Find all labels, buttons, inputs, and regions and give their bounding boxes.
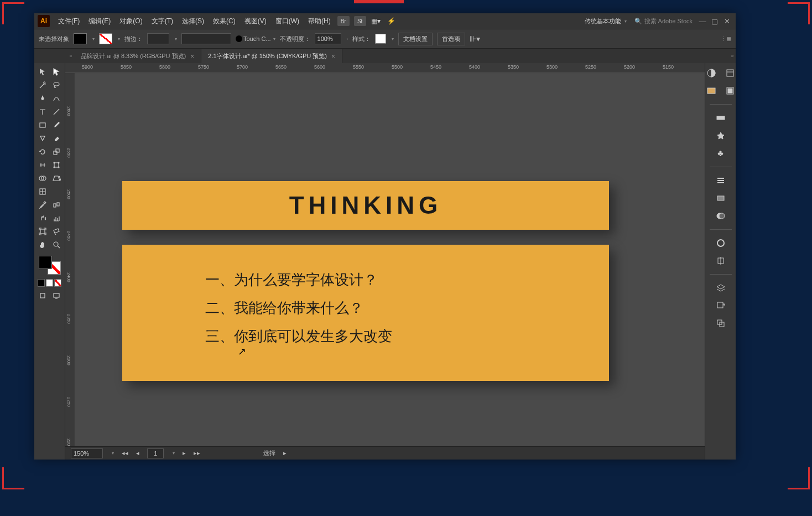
menu-window[interactable]: 窗口(W) (272, 15, 303, 28)
align-icon[interactable]: ⊪▾ (470, 34, 480, 43)
hand-tool[interactable] (35, 238, 50, 251)
menu-view[interactable]: 视图(V) (241, 15, 270, 28)
paintbrush-tool[interactable] (50, 118, 64, 132)
transparency-panel-icon[interactable] (713, 209, 728, 223)
color-mode-icon[interactable] (38, 279, 45, 287)
brushes-panel-icon[interactable] (713, 111, 728, 125)
horizontal-ruler[interactable]: 5900585058005750570056505600555055005450… (65, 63, 705, 73)
artboard-nav-prev[interactable]: ◂◂ (122, 450, 128, 457)
menu-file[interactable]: 文件(F) (54, 15, 84, 28)
fill-swatch[interactable] (74, 33, 87, 44)
variable-width-profile[interactable] (181, 33, 231, 44)
doc-tab-2[interactable]: 2.1字体设计.ai* @ 150% (CMYK/GPU 预览) × (201, 49, 342, 63)
rectangle-tool[interactable] (35, 118, 50, 132)
gpu-icon[interactable]: ⚡ (386, 16, 397, 27)
ruler-tick: 5700 (237, 64, 248, 70)
draw-mode-icon[interactable] (35, 289, 50, 302)
graphic-styles-icon[interactable]: ♣ (713, 147, 728, 160)
preferences-button[interactable]: 首选项 (437, 33, 465, 45)
menu-select[interactable]: 选择(S) (178, 15, 208, 28)
free-transform-tool[interactable] (50, 158, 64, 172)
ruler-tick: 5850 (121, 64, 132, 70)
line-tool[interactable] (50, 105, 64, 118)
pen-tool[interactable] (35, 92, 50, 105)
menu-object[interactable]: 对象(O) (116, 15, 146, 28)
symbol-sprayer-tool[interactable] (35, 211, 50, 225)
fill-stroke-indicator[interactable] (38, 255, 62, 276)
libraries-panel-icon[interactable] (722, 84, 736, 97)
artboard-nav-next[interactable]: ▸▸ (194, 450, 200, 457)
width-tool[interactable] (35, 158, 50, 172)
scale-tool[interactable] (50, 145, 64, 158)
lasso-tool[interactable] (50, 79, 64, 92)
shaper-tool[interactable] (35, 132, 50, 145)
mesh-tool[interactable] (35, 185, 50, 198)
body-box[interactable]: 一、为什么要学字体设计？ 二、我能给你带来什么？ 三、你到底可以发生多大改变 (122, 245, 609, 381)
stroke-weight-input[interactable] (147, 33, 169, 44)
artboard-tool[interactable] (35, 225, 50, 238)
document-setup-button[interactable]: 文档设置 (398, 33, 433, 45)
artboard-nav-fwd[interactable]: ▸ (183, 450, 186, 457)
menu-help[interactable]: 帮助(H) (304, 15, 335, 28)
opacity-input[interactable] (315, 33, 341, 44)
gradient-mode-icon[interactable] (46, 279, 53, 287)
shape-builder-tool[interactable] (35, 172, 50, 185)
menu-type[interactable]: 文字(T) (148, 15, 177, 28)
right-panel-toggle[interactable]: » (729, 49, 736, 63)
artboard-number-input[interactable] (147, 448, 164, 458)
status-menu-icon[interactable]: ▸ (283, 450, 287, 457)
layers-panel-icon[interactable] (713, 281, 728, 295)
align-panel-icon[interactable] (713, 254, 728, 267)
artboard[interactable]: THINKING 一、为什么要学字体设计？ 二、我能给你带来什么？ 三、你到底可… (75, 73, 705, 446)
slice-tool[interactable] (50, 225, 64, 238)
magic-wand-tool[interactable] (35, 79, 50, 92)
close-icon[interactable]: × (190, 53, 194, 60)
arrange-docs-icon[interactable]: ▦▾ (371, 16, 382, 27)
bridge-icon[interactable]: Br (337, 16, 350, 26)
doc-tab-1[interactable]: 品牌设计.ai @ 8.33% (RGB/GPU 预览) × (74, 49, 201, 63)
menu-effect[interactable]: 效果(C) (209, 15, 240, 28)
appearance-panel-icon[interactable] (713, 236, 728, 250)
perspective-tool[interactable] (50, 172, 64, 185)
properties-panel-icon[interactable] (722, 66, 736, 80)
swatches-panel-icon[interactable] (704, 84, 719, 97)
ruler-tick: 5550 (353, 64, 364, 70)
selection-tool[interactable] (35, 65, 50, 79)
direct-selection-tool[interactable] (50, 65, 64, 79)
title-box[interactable]: THINKING (122, 181, 609, 230)
graphic-style-swatch[interactable] (375, 34, 386, 44)
brush-name[interactable]: Touch C... (243, 35, 271, 42)
zoom-tool[interactable] (50, 238, 64, 251)
fill-color-icon[interactable] (39, 256, 52, 269)
asset-export-icon[interactable] (713, 299, 728, 312)
gradient-panel-icon[interactable] (713, 192, 728, 205)
rotate-tool[interactable] (35, 145, 50, 158)
vertical-ruler[interactable]: 260025502500245024002350230022502200 (65, 73, 75, 446)
search-stock[interactable]: 🔍 搜索 Adobe Stock (634, 17, 693, 25)
minimize-button[interactable]: — (697, 17, 708, 25)
left-panel-toggle[interactable]: « (67, 49, 74, 63)
stroke-swatch[interactable] (99, 33, 112, 44)
artboards-panel-icon[interactable] (713, 317, 728, 330)
close-window-button[interactable]: ✕ (721, 17, 732, 25)
none-mode-icon[interactable] (54, 279, 61, 287)
stock-icon[interactable]: St (354, 16, 366, 26)
gradient-tool[interactable] (50, 185, 64, 198)
graph-tool[interactable] (50, 211, 64, 225)
symbols-panel-icon[interactable] (713, 129, 728, 142)
blend-tool[interactable] (50, 198, 64, 211)
curvature-tool[interactable] (50, 92, 64, 105)
menu-edit[interactable]: 编辑(E) (85, 15, 114, 28)
screen-mode-icon[interactable] (50, 289, 64, 302)
stroke-panel-icon[interactable] (713, 174, 728, 187)
controlbar-overflow-icon[interactable]: ⋮≣ (720, 35, 731, 43)
artboard-nav-back[interactable]: ◂ (136, 450, 139, 457)
eraser-tool[interactable] (50, 132, 64, 145)
type-tool[interactable] (35, 105, 50, 118)
zoom-input[interactable] (71, 448, 103, 458)
close-icon[interactable]: × (331, 53, 335, 60)
workspace-switcher[interactable]: 传统基本功能 ▾ (581, 16, 630, 27)
maximize-button[interactable]: ▢ (709, 17, 720, 25)
color-panel-icon[interactable] (704, 66, 719, 80)
eyedropper-tool[interactable] (35, 198, 50, 211)
